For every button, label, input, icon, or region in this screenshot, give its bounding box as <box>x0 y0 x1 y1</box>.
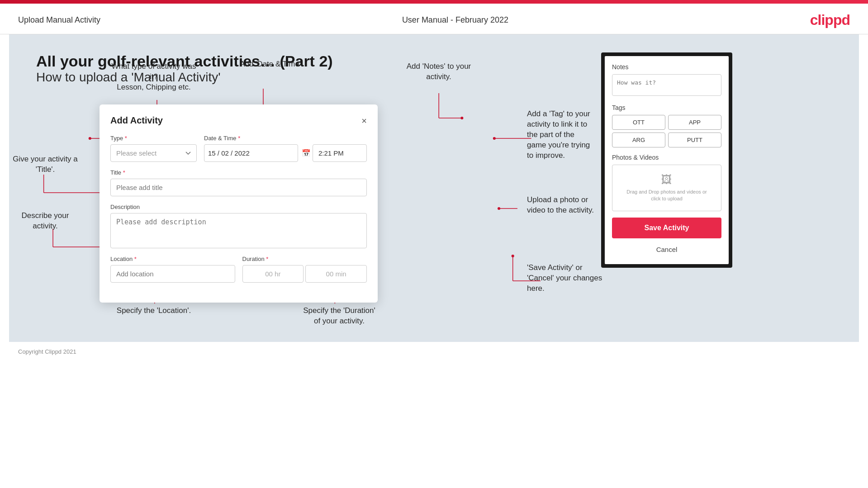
duration-label: Duration * <box>242 256 367 262</box>
type-label: Type * <box>110 135 197 142</box>
annotation-activity-type: What type of activity was it? Lesson, Ch… <box>109 62 199 93</box>
duration-row <box>242 265 367 283</box>
phone-panel: Notes Tags OTT APP ARG PUTT Photos & Vid… <box>601 52 732 268</box>
svg-point-21 <box>498 207 500 210</box>
duration-group: Duration * <box>242 256 367 283</box>
tag-ott[interactable]: OTT <box>612 115 665 130</box>
annotation-duration: Specify the 'Duration' of your activity. <box>289 306 389 327</box>
description-textarea[interactable] <box>110 213 367 248</box>
notes-section-label: Notes <box>612 63 721 71</box>
tag-app[interactable]: APP <box>668 115 721 130</box>
svg-point-24 <box>512 255 514 257</box>
copyright: Copyright Clippd 2021 <box>18 348 76 355</box>
top-bar <box>0 0 868 4</box>
tag-putt[interactable]: PUTT <box>668 133 721 147</box>
description-row: Description <box>110 204 367 248</box>
title-row: Title * <box>110 169 367 196</box>
phone-screen: Notes Tags OTT APP ARG PUTT Photos & Vid… <box>605 56 729 264</box>
svg-point-19 <box>493 137 496 140</box>
title-field-label: Title * <box>110 169 367 176</box>
photos-section-label: Photos & Videos <box>612 154 721 161</box>
location-group: Location * <box>110 256 235 283</box>
tags-section-label: Tags <box>612 104 721 111</box>
title-group: Title * <box>110 169 367 196</box>
type-datetime-row: Type * Please select Date & Time * 📅 <box>110 135 367 162</box>
logo: clippd <box>810 12 850 28</box>
datetime-label: Date & Time * <box>204 135 367 142</box>
date-time-row: 📅 <box>204 144 367 162</box>
annotation-location: Specify the 'Location'. <box>113 306 194 316</box>
annotation-date-time: Add 'Date & Time'. <box>231 59 312 70</box>
main-content: All your golf-relevant activities… (Part… <box>9 34 859 342</box>
location-duration-row: Location * Duration * <box>110 256 367 283</box>
description-group: Description <box>110 204 367 248</box>
location-label: Location * <box>110 256 235 262</box>
notes-input[interactable] <box>612 74 721 96</box>
tags-grid: OTT APP ARG PUTT <box>612 115 721 147</box>
type-select[interactable]: Please select <box>110 144 197 162</box>
tag-arg[interactable]: ARG <box>612 133 665 147</box>
upload-area[interactable]: 🖼 Drag and Drop photos and videos or cli… <box>612 165 721 211</box>
type-group: Type * Please select <box>110 135 197 162</box>
page-label: Upload Manual Activity <box>18 15 100 25</box>
add-activity-dialog: Add Activity × Type * Please select Date… <box>100 104 378 303</box>
footer: Copyright Clippd 2021 <box>0 342 868 361</box>
header: Upload Manual Activity User Manual - Feb… <box>0 4 868 34</box>
close-button[interactable]: × <box>361 116 367 125</box>
annotation-title: Give your activity a 'Title'. <box>11 154 79 175</box>
upload-icon: 🖼 <box>618 173 716 186</box>
duration-hr-input[interactable] <box>242 265 304 283</box>
title-input[interactable] <box>110 179 367 196</box>
dialog-title: Add Activity <box>110 115 163 126</box>
save-activity-button[interactable]: Save Activity <box>612 218 721 238</box>
cancel-button[interactable]: Cancel <box>612 242 721 257</box>
duration-min-input[interactable] <box>305 265 367 283</box>
time-input[interactable] <box>313 144 367 162</box>
svg-point-17 <box>460 117 463 119</box>
description-label: Description <box>110 204 367 210</box>
upload-text: Drag and Drop photos and videos or click… <box>618 189 716 203</box>
svg-point-2 <box>89 137 91 140</box>
datetime-group: Date & Time * 📅 <box>204 135 367 162</box>
dialog-header: Add Activity × <box>110 115 367 126</box>
calendar-icon: 📅 <box>302 149 311 157</box>
date-input[interactable] <box>204 144 298 162</box>
annotation-notes: Add 'Notes' to your activity. <box>403 62 475 82</box>
annotation-description: Describe your activity. <box>11 211 79 232</box>
location-input[interactable] <box>110 265 235 283</box>
dialog-wrapper: Add Activity × Type * Please select Date… <box>100 104 378 303</box>
manual-label: User Manual - February 2022 <box>402 15 508 25</box>
